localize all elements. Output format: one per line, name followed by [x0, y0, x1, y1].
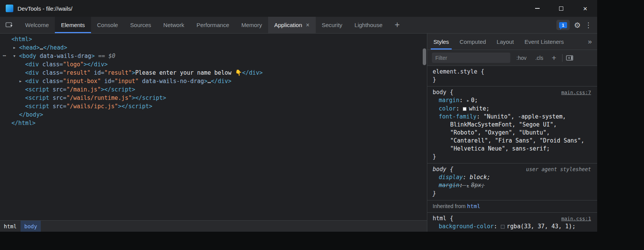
- css-property-continuation: "Helvetica Neue", sans-serif;: [427, 145, 591, 153]
- pseudo-state-toggle[interactable]: :hov: [514, 54, 529, 62]
- property-name: margin: [439, 97, 459, 104]
- tab-console[interactable]: Console: [91, 17, 124, 33]
- sidebar-tab-layout[interactable]: Layout: [491, 34, 519, 50]
- dom-node-row[interactable]: <script src="/main.js"></script>: [0, 85, 427, 94]
- main-area: <html>▶<head>…</head>⋯▼<body data-wails-…: [0, 34, 597, 232]
- close-tab-icon[interactable]: ×: [306, 22, 309, 28]
- more-menu-icon[interactable]: ⋮: [585, 22, 592, 29]
- window-title: DevTools - file://wails/: [18, 5, 72, 12]
- breadcrumb-item-html[interactable]: html: [0, 221, 21, 232]
- message-bubble-icon: 1: [559, 22, 567, 28]
- rule-close-brace: }: [427, 231, 591, 232]
- tab-application[interactable]: Application×: [268, 17, 316, 33]
- dom-node-row[interactable]: <html>: [0, 35, 427, 43]
- toolbar-divider: [562, 54, 563, 62]
- rule-selector[interactable]: body: [433, 88, 446, 96]
- collapse-arrow-icon[interactable]: ▼: [13, 52, 15, 60]
- dom-node-row[interactable]: ▶<head>…</head>: [0, 43, 427, 52]
- color-swatch[interactable]: [501, 225, 505, 229]
- dom-node-row[interactable]: <div class="logo"></div>: [0, 60, 427, 69]
- property-value: rgba(33, 37, 43, 1);: [507, 223, 576, 230]
- tab-label: Welcome: [25, 22, 49, 28]
- breadcrumb-item-body[interactable]: body: [21, 221, 41, 232]
- css-property[interactable]: color: white;: [427, 105, 591, 113]
- new-style-rule-icon[interactable]: +: [549, 54, 558, 62]
- style-rule: html {main.css:1background-color: rgba(3…: [427, 212, 597, 232]
- filter-input[interactable]: [432, 53, 510, 63]
- expand-shorthand-icon[interactable]: ▶: [467, 99, 469, 103]
- tab-label: Application: [274, 22, 302, 28]
- computed-sidebar-toggle-icon[interactable]: [566, 55, 574, 61]
- dom-node-row[interactable]: ▶<div class="input-box" id="input" data-…: [0, 77, 427, 85]
- inspect-element-button[interactable]: [0, 17, 19, 33]
- tab-lighthouse[interactable]: Lighthouse: [348, 17, 388, 33]
- css-property-continuation: "Roboto", "Oxygen", "Ubuntu",: [427, 129, 591, 137]
- tab-label: Security: [322, 22, 342, 28]
- property-value: "Nunito", -apple-system,: [483, 113, 566, 120]
- tab-welcome[interactable]: Welcome: [19, 17, 55, 33]
- devtools-window: DevTools - file://wails/ × WelcomeElemen…: [0, 0, 597, 232]
- rule-close-brace: }: [427, 153, 591, 161]
- expand-arrow-icon[interactable]: ▶: [13, 43, 15, 52]
- property-value: white;: [469, 105, 489, 112]
- property-name: color: [439, 105, 456, 112]
- css-property-continuation: "Cantarell", "Fira Sans", "Droid Sans",: [427, 137, 591, 145]
- inspect-icon: [5, 21, 14, 29]
- dom-node-row[interactable]: </html>: [0, 119, 427, 127]
- sidebar-tab-styles[interactable]: Styles: [428, 34, 454, 50]
- tab-label: Sources: [130, 22, 151, 28]
- tab-performance[interactable]: Performance: [190, 17, 235, 33]
- devtools-logo-icon: [6, 5, 13, 12]
- rule-close-brace: }: [427, 190, 591, 198]
- inherited-node-link[interactable]: html: [467, 203, 480, 209]
- main-toolbar: WelcomeElementsConsoleSourcesNetworkPerf…: [0, 17, 597, 34]
- property-value: block;: [470, 174, 490, 181]
- class-toggle[interactable]: .cls: [532, 54, 546, 62]
- css-property[interactable]: background-color: rgba(33, 37, 43, 1);: [427, 223, 591, 231]
- tab-sources[interactable]: Sources: [124, 17, 157, 33]
- elements-scrollbar-thumb[interactable]: [423, 48, 426, 65]
- close-button[interactable]: ×: [573, 0, 597, 17]
- console-messages-badge[interactable]: 1: [556, 20, 570, 30]
- rule-selector[interactable]: element.style: [433, 68, 477, 76]
- overflow-tabs-icon[interactable]: »: [582, 34, 597, 50]
- rule-selector[interactable]: body: [433, 165, 446, 173]
- property-name: margin: [439, 182, 459, 189]
- stylesheet-link[interactable]: main.css:1: [561, 215, 591, 223]
- tab-security[interactable]: Security: [316, 17, 348, 33]
- styles-sections: element.style {}body {main.css:7margin: …: [427, 66, 597, 232]
- style-rule: body {user agent stylesheetdisplay: bloc…: [427, 163, 597, 200]
- sidebar-tab-event-listeners[interactable]: Event Listeners: [519, 34, 569, 50]
- dom-node-row[interactable]: ⋯▼<body data-wails-drag> == $0: [0, 52, 427, 60]
- css-property[interactable]: display: block;: [427, 173, 591, 181]
- sidebar-tab-computed[interactable]: Computed: [454, 34, 491, 50]
- tab-network[interactable]: Network: [157, 17, 190, 33]
- maximize-button[interactable]: [549, 0, 573, 17]
- node-menu-dots-icon[interactable]: ⋯: [3, 52, 6, 59]
- expand-arrow-icon[interactable]: ▶: [19, 77, 21, 85]
- dom-node-row[interactable]: <script src="/wails/ipc.js"></script>: [0, 102, 427, 111]
- devtools-tabs: WelcomeElementsConsoleSourcesNetworkPerf…: [19, 17, 388, 33]
- expand-shorthand-icon[interactable]: ▶: [467, 184, 469, 188]
- window-controls: ×: [525, 0, 597, 17]
- css-property[interactable]: font-family: "Nunito", -apple-system,: [427, 113, 591, 121]
- property-value: 8px;: [471, 182, 485, 189]
- dom-node-row[interactable]: <script src="/wails/runtime.js"></script…: [0, 94, 427, 102]
- dom-node-row[interactable]: <div class="result" id="result">Please e…: [0, 69, 427, 77]
- add-tab-icon[interactable]: +: [390, 17, 404, 33]
- tab-elements[interactable]: Elements: [55, 17, 91, 33]
- css-property[interactable]: margin: ▶8px;: [427, 181, 591, 190]
- messages-count: 1: [562, 23, 564, 27]
- stylesheet-link[interactable]: main.css:7: [561, 88, 591, 96]
- tab-label: Lighthouse: [355, 22, 382, 28]
- minimize-button[interactable]: [525, 0, 549, 17]
- settings-gear-icon[interactable]: ⚙: [574, 21, 581, 29]
- color-swatch[interactable]: [463, 107, 467, 111]
- dom-tree: <html>▶<head>…</head>⋯▼<body data-wails-…: [0, 34, 427, 220]
- dom-node-row[interactable]: </body>: [0, 111, 427, 119]
- rule-selector[interactable]: html: [433, 215, 446, 223]
- styles-filter-bar: :hov .cls +: [427, 50, 597, 66]
- css-property[interactable]: margin: ▶0;: [427, 96, 591, 105]
- maximize-icon: [559, 6, 563, 11]
- tab-memory[interactable]: Memory: [235, 17, 268, 33]
